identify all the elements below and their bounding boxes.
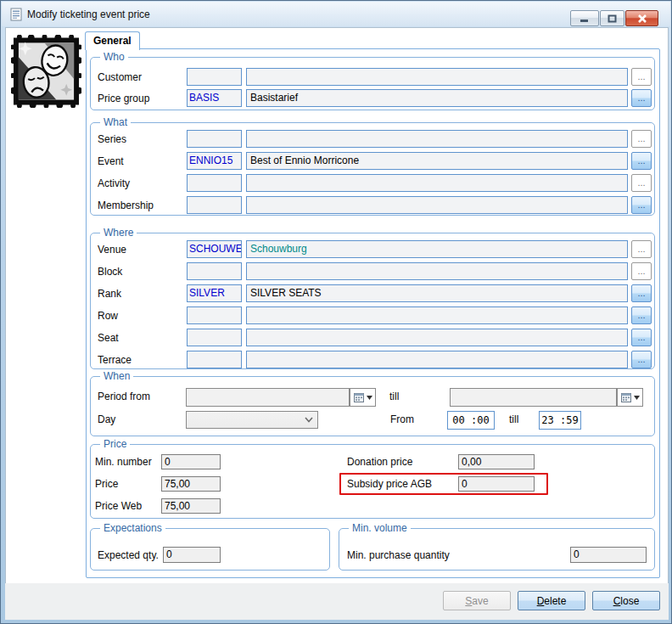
rank-label: Rank (98, 288, 187, 300)
group-who-title: Who (100, 51, 128, 63)
close-window-button[interactable] (625, 10, 658, 26)
price-group-row: Price group BASIS Basistarief ... (98, 89, 652, 107)
customer-code-field[interactable] (187, 68, 242, 86)
price-group-desc-field[interactable]: Basistarief (246, 89, 628, 107)
group-where-title: Where (100, 227, 137, 239)
group-expectations: Expectations Expected qty. 0 (90, 528, 330, 571)
seat-browse-button[interactable]: ... (631, 329, 652, 346)
dialog-window: Modify ticketing event price (0, 0, 672, 624)
membership-browse-button[interactable]: ... (631, 196, 652, 214)
price-row: Price 75,00 (95, 476, 221, 492)
series-desc-field[interactable] (246, 130, 628, 148)
min-number-field[interactable]: 0 (161, 454, 221, 469)
rank-code-field[interactable]: SILVER (187, 284, 242, 302)
min-purchase-row: Min. purchase quantity 0 (347, 547, 647, 563)
customer-browse-button[interactable]: ... (631, 68, 652, 86)
row-desc-field[interactable] (246, 306, 628, 324)
block-desc-field[interactable] (246, 262, 628, 280)
price-web-row: Price Web 75,00 (95, 498, 221, 514)
venue-code-field[interactable]: SCHOUWE (187, 240, 242, 258)
block-label: Block (98, 266, 187, 278)
price-group-code-field[interactable]: BASIS (187, 89, 242, 107)
seat-row: Seat ... (98, 329, 652, 346)
event-label: Event (98, 155, 187, 167)
seat-code-field[interactable] (187, 329, 242, 346)
period-from-calendar-button[interactable] (350, 388, 376, 407)
terrace-code-field[interactable] (187, 351, 242, 368)
block-browse-button[interactable]: ... (631, 262, 652, 280)
price-label: Price (95, 478, 161, 490)
activity-desc-field[interactable] (246, 174, 628, 192)
activity-label: Activity (98, 177, 187, 189)
membership-code-field[interactable] (187, 196, 242, 214)
tab-general[interactable]: General (85, 31, 140, 50)
theater-masks-icon (11, 35, 81, 108)
venue-label: Venue (98, 244, 187, 256)
min-purchase-label: Min. purchase quantity (347, 549, 570, 561)
seat-desc-field[interactable] (246, 329, 628, 346)
document-icon (9, 8, 23, 21)
price-web-field[interactable]: 75,00 (161, 498, 221, 514)
block-code-field[interactable] (187, 262, 242, 280)
customer-label: Customer (98, 71, 187, 83)
close-icon (637, 14, 647, 23)
rank-desc-field[interactable]: SILVER SEATS (246, 284, 628, 302)
period-till-field[interactable] (450, 388, 617, 407)
day-label: Day (98, 411, 115, 429)
row-browse-button[interactable]: ... (631, 306, 652, 324)
period-from-field[interactable] (186, 388, 350, 407)
event-row: Event ENNIO15 Best of Ennio Morricone ..… (98, 152, 652, 170)
period-from-label: Period from (98, 388, 150, 406)
day-combobox[interactable] (186, 411, 318, 429)
group-who: Who Customer ... Price group BASIS Basis… (90, 57, 655, 110)
time-from-field[interactable]: 00 :00 (447, 411, 495, 430)
subsidy-price-row: Subsidy price AGB 0 (347, 476, 535, 492)
price-group-browse-button[interactable]: ... (631, 89, 652, 107)
terrace-label: Terrace (98, 354, 187, 366)
period-till-calendar-button[interactable] (617, 388, 643, 407)
group-when: When Period from till Day From (90, 376, 655, 436)
terrace-browse-button[interactable]: ... (631, 351, 652, 368)
rank-browse-button[interactable]: ... (631, 284, 652, 302)
group-min-volume-title: Min. volume (349, 522, 411, 534)
activity-browse-button[interactable]: ... (631, 174, 652, 192)
min-purchase-field[interactable]: 0 (570, 547, 647, 563)
event-code-field[interactable]: ENNIO15 (187, 152, 242, 170)
group-when-title: When (100, 370, 133, 382)
activity-code-field[interactable] (187, 174, 242, 192)
event-browse-button[interactable]: ... (631, 152, 652, 170)
save-button[interactable]: Save (443, 591, 511, 610)
venue-browse-button[interactable]: ... (631, 240, 652, 258)
minimize-button[interactable] (570, 10, 599, 26)
series-browse-button[interactable]: ... (631, 130, 652, 148)
from-label: From (390, 411, 414, 429)
row-label: Row (98, 310, 187, 322)
event-desc-field[interactable]: Best of Ennio Morricone (246, 152, 628, 170)
membership-row: Membership ... (98, 196, 652, 214)
price-field[interactable]: 75,00 (161, 476, 221, 492)
donation-price-field[interactable]: 0,00 (458, 454, 535, 469)
delete-button[interactable]: Delete (518, 591, 585, 610)
series-code-field[interactable] (187, 130, 242, 148)
subsidy-price-label: Subsidy price AGB (347, 478, 458, 490)
expected-qty-field[interactable]: 0 (163, 547, 221, 563)
group-expectations-title: Expectations (100, 522, 165, 534)
row-code-field[interactable] (187, 306, 242, 324)
customer-desc-field[interactable] (246, 68, 628, 86)
donation-price-label: Donation price (347, 456, 458, 468)
min-number-row: Min. number 0 (95, 454, 221, 469)
time-till-field[interactable]: 23 :59 (539, 411, 581, 430)
customer-row: Customer ... (98, 68, 652, 86)
row-row: Row ... (98, 306, 652, 324)
close-button[interactable]: Close (592, 591, 660, 610)
series-label: Series (98, 133, 187, 145)
group-price: Price Min. number 0 Price 75,00 Price We… (90, 444, 655, 519)
series-row: Series ... (98, 130, 652, 148)
maximize-button[interactable] (600, 10, 624, 26)
venue-desc-field[interactable]: Schouwburg (246, 240, 628, 258)
terrace-desc-field[interactable] (246, 351, 628, 368)
membership-desc-field[interactable] (246, 196, 628, 214)
chevron-down-icon (634, 396, 640, 400)
venue-row: Venue SCHOUWE Schouwburg ... (98, 240, 652, 258)
subsidy-price-field[interactable]: 0 (458, 476, 535, 492)
